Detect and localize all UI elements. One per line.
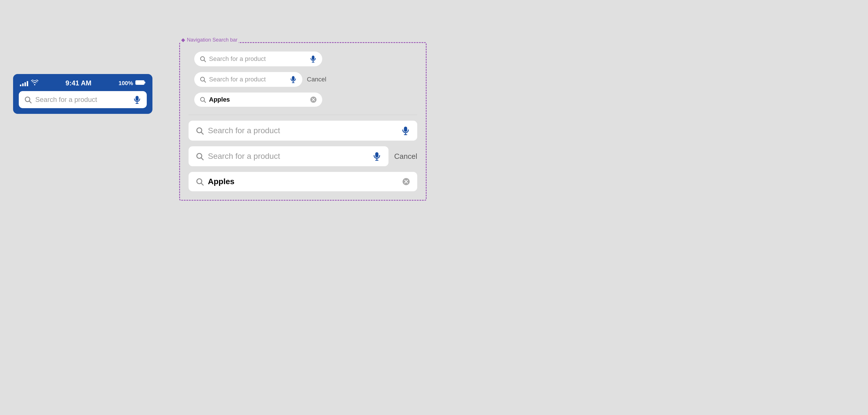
- search-icon: [195, 152, 204, 160]
- small-search-placeholder-default: Search for a product: [209, 55, 306, 63]
- mic-icon[interactable]: [132, 95, 142, 104]
- phone-search-placeholder: Search for a product: [35, 96, 129, 103]
- small-active-row: Search for a product Cancel: [194, 72, 411, 87]
- large-search-value-filled: Apples: [208, 177, 398, 186]
- small-search-value-filled: Apples: [209, 96, 307, 103]
- mic-icon[interactable]: [401, 126, 410, 136]
- svg-line-19: [204, 101, 206, 103]
- phone-search-bar[interactable]: Search for a product: [19, 91, 147, 108]
- clear-icon[interactable]: [402, 177, 410, 186]
- large-active-row: Search for a product Cancel: [189, 146, 417, 166]
- panel-label-text: Navigation Search bar: [187, 37, 238, 43]
- search-icon: [199, 56, 206, 62]
- small-variants-section: Search for a product Search for a produc…: [189, 52, 417, 107]
- section-divider: [189, 115, 417, 115]
- svg-rect-15: [292, 76, 294, 80]
- small-search-placeholder-active: Search for a product: [209, 76, 286, 83]
- phone-mockup: 9:41 AM 100% Search for a product: [13, 74, 152, 114]
- large-search-bar-active[interactable]: Search for a product: [189, 146, 389, 166]
- wifi-icon: [31, 80, 38, 87]
- svg-rect-25: [404, 127, 407, 132]
- large-variants-section: Search for a product Search for a produc…: [189, 121, 417, 191]
- bar1: [20, 85, 21, 86]
- mic-icon[interactable]: [289, 76, 297, 83]
- search-icon: [195, 126, 204, 135]
- small-cancel-button[interactable]: Cancel: [307, 76, 326, 83]
- large-search-placeholder-active: Search for a product: [208, 152, 368, 161]
- bar4: [27, 81, 28, 86]
- svg-line-24: [202, 132, 203, 135]
- svg-rect-2: [144, 82, 145, 83]
- large-cancel-button[interactable]: Cancel: [394, 152, 417, 161]
- panel-label: ◆ Navigation Search bar: [180, 37, 239, 43]
- large-search-bar-filled[interactable]: Apples: [189, 172, 417, 191]
- small-default-row: Search for a product: [194, 52, 411, 66]
- search-icon: [199, 76, 206, 83]
- design-panel: ◆ Navigation Search bar Search for a pro…: [179, 42, 427, 201]
- small-filled-row: Apples: [194, 92, 411, 107]
- diamond-icon: ◆: [181, 37, 185, 43]
- mic-icon[interactable]: [309, 55, 317, 63]
- bar3: [25, 82, 26, 86]
- search-icon: [24, 96, 32, 103]
- svg-rect-1: [136, 81, 144, 84]
- mic-icon[interactable]: [372, 151, 382, 161]
- large-search-bar-default[interactable]: Search for a product: [189, 121, 417, 141]
- search-icon: [199, 96, 206, 103]
- signal-bars-icon: [20, 80, 28, 86]
- status-right: 100%: [119, 80, 146, 87]
- large-search-placeholder-default: Search for a product: [208, 126, 397, 135]
- search-icon: [195, 177, 204, 186]
- svg-line-34: [202, 183, 203, 185]
- status-left: [20, 80, 38, 87]
- status-bar: 9:41 AM 100%: [19, 79, 147, 87]
- svg-line-29: [202, 158, 203, 160]
- small-search-bar-default[interactable]: Search for a product: [194, 52, 322, 66]
- bar2: [22, 83, 24, 86]
- svg-line-4: [29, 101, 31, 103]
- svg-line-14: [204, 81, 206, 83]
- svg-rect-5: [136, 96, 139, 101]
- clear-icon[interactable]: [310, 96, 317, 103]
- svg-rect-30: [375, 152, 378, 157]
- svg-line-9: [204, 60, 206, 62]
- status-time: 9:41 AM: [65, 79, 91, 87]
- svg-rect-10: [312, 56, 314, 60]
- battery-percent: 100%: [119, 80, 133, 87]
- small-search-bar-filled[interactable]: Apples: [194, 92, 322, 107]
- small-search-bar-active[interactable]: Search for a product: [194, 72, 302, 87]
- battery-icon: [135, 80, 146, 87]
